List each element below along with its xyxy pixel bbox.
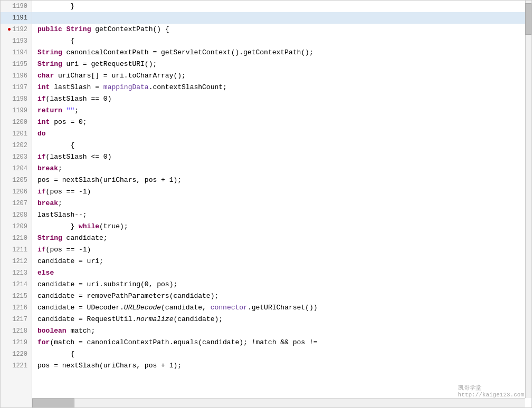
- code-line: candidate = RequestUtil.normalize(candid…: [32, 314, 531, 325]
- line-number: 1206: [1, 186, 32, 198]
- line-number: 1219: [1, 337, 32, 348]
- code-line: String canonicalContextPath = getServlet…: [32, 47, 531, 59]
- code-line: else: [32, 267, 531, 279]
- code-line: candidate = uri.substring(0, pos);: [32, 279, 531, 290]
- code-line: {: [32, 348, 531, 360]
- line-number: 1202: [1, 140, 32, 151]
- line-number: 1218: [1, 325, 32, 337]
- code-line: [32, 12, 531, 24]
- code-line: if(pos == -1): [32, 186, 531, 198]
- code-line: candidate = uri;: [32, 256, 531, 267]
- code-line: }: [32, 1, 531, 12]
- code-line: char uriChars[] = uri.toCharArray();: [32, 70, 531, 82]
- line-numbers-gutter: 11901191●1192119311941195119611971198119…: [1, 1, 32, 407]
- line-number: 1217: [1, 314, 32, 325]
- code-line: } while(true);: [32, 221, 531, 232]
- editor-container: 11901191●1192119311941195119611971198119…: [0, 0, 532, 408]
- vertical-scrollbar[interactable]: [525, 1, 531, 398]
- line-number: 1208: [1, 209, 32, 221]
- code-line: if(lastSlash <= 0): [32, 151, 531, 163]
- code-line: int pos = 0;: [32, 116, 531, 128]
- line-number: 1216: [1, 302, 32, 314]
- line-number: 1215: [1, 290, 32, 302]
- line-number: 1214: [1, 279, 32, 290]
- line-number: 1221: [1, 360, 32, 372]
- line-number: ●1192: [1, 24, 32, 35]
- line-number: 1209: [1, 221, 32, 232]
- line-number: 1196: [1, 70, 32, 82]
- line-number: 1197: [1, 82, 32, 93]
- code-content[interactable]: } public String getContextPath() { {Stri…: [32, 1, 531, 407]
- horizontal-scrollbar[interactable]: [32, 398, 525, 407]
- line-number: 1220: [1, 348, 32, 360]
- line-number: 1195: [1, 59, 32, 70]
- line-number: 1205: [1, 174, 32, 186]
- code-line: do: [32, 128, 531, 140]
- code-line: for(match = canonicalContextPath.equals(…: [32, 337, 531, 348]
- code-line: pos = nextSlash(uriChars, pos + 1);: [32, 174, 531, 186]
- code-line: candidate = removePathParameters(candida…: [32, 290, 531, 302]
- code-line: if(lastSlash == 0): [32, 93, 531, 105]
- code-line: {: [32, 140, 531, 151]
- line-number: 1211: [1, 244, 32, 256]
- line-number: 1194: [1, 47, 32, 59]
- code-line: return "";: [32, 105, 531, 116]
- line-number: 1207: [1, 198, 32, 209]
- code-line: {: [32, 35, 531, 47]
- code-line: int lastSlash = mappingData.contextSlash…: [32, 82, 531, 93]
- line-number: 1213: [1, 267, 32, 279]
- code-line: if(pos == -1): [32, 244, 531, 256]
- code-line: boolean match;: [32, 325, 531, 337]
- line-number: 1212: [1, 256, 32, 267]
- code-line: public String getContextPath() {: [32, 24, 531, 35]
- code-area: 11901191●1192119311941195119611971198119…: [1, 1, 531, 407]
- line-number: 1191: [1, 12, 32, 24]
- line-number: 1204: [1, 163, 32, 174]
- line-number: 1203: [1, 151, 32, 163]
- line-number: 1198: [1, 93, 32, 105]
- line-number: 1193: [1, 35, 32, 47]
- code-line: candidate = UDecoder.URLDecode(candidate…: [32, 302, 531, 314]
- code-line: pos = nextSlash(uriChars, pos + 1);: [32, 360, 531, 372]
- line-number: 1210: [1, 232, 32, 244]
- horizontal-scrollbar-thumb[interactable]: [32, 399, 74, 408]
- line-number: 1201: [1, 128, 32, 140]
- code-line: break;: [32, 163, 531, 174]
- code-line: break;: [32, 198, 531, 209]
- line-number: 1199: [1, 105, 32, 116]
- line-number: 1200: [1, 116, 32, 128]
- vertical-scrollbar-thumb[interactable]: [525, 3, 531, 35]
- code-line: String uri = getRequestURI();: [32, 59, 531, 70]
- line-number: 1190: [1, 1, 32, 12]
- code-line: lastSlash--;: [32, 209, 531, 221]
- code-line: String candidate;: [32, 232, 531, 244]
